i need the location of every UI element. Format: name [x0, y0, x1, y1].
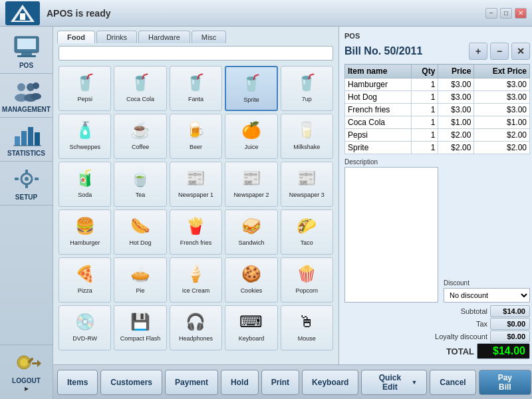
item-icon-coca-cola: 🥤	[127, 69, 154, 96]
svg-rect-21	[25, 184, 28, 188]
svg-point-19	[25, 177, 29, 181]
item-icon-headphones: 🎧	[182, 309, 209, 335]
bottom-toolbar: Items Customers Payment Hold Print Keybo…	[53, 364, 532, 399]
add-quantity-button[interactable]: +	[469, 43, 487, 60]
bill-item-price: $2.00	[438, 142, 474, 154]
hold-button[interactable]: Hold	[221, 370, 259, 395]
sidebar: POS MANAGEMENT	[0, 27, 53, 399]
svg-rect-15	[28, 127, 33, 146]
bill-item-ext-price: $1.00	[474, 116, 530, 129]
discount-select[interactable]: No discount	[444, 288, 530, 303]
item-label-mouse: Mouse	[298, 335, 316, 342]
item-compactflash[interactable]: 💾 Compact Flash	[114, 305, 166, 350]
item-label-popcorn: Popcorn	[296, 287, 319, 295]
item-newspaper3[interactable]: 📰 Newspaper 3	[281, 162, 333, 207]
sidebar-item-statistics[interactable]: STATISTICS	[0, 118, 53, 162]
table-row[interactable]: French fries 1 $3.00 $3.00	[345, 104, 530, 116]
bill-item-name: Sprite	[345, 142, 412, 154]
customers-button[interactable]: Customers	[100, 370, 162, 395]
item-pie[interactable]: 🥧 Pie	[114, 257, 166, 303]
cancel-button[interactable]: Cancel	[430, 370, 475, 395]
sidebar-statistics-label: STATISTICS	[7, 150, 45, 157]
item-pizza[interactable]: 🍕 Pizza	[59, 257, 111, 303]
item-label-coca-cola: Coca Cola	[126, 96, 154, 103]
item-label-dvdrw: DVD-RW	[72, 335, 97, 342]
item-taco[interactable]: 🌮 Taco	[281, 209, 333, 255]
grand-total-value: $14.00	[477, 343, 530, 359]
payment-button[interactable]: Payment	[165, 370, 218, 395]
item-newspaper1[interactable]: 📰 Newspaper 1	[170, 162, 222, 207]
items-panel: Food Drinks Hardware Misc 🥤 Pepsi 🥤 Coca…	[53, 27, 339, 364]
item-milkshake[interactable]: 🥛 Milkshake	[281, 114, 333, 159]
subtotal-label: Subtotal	[421, 307, 487, 315]
close-button[interactable]: ✕	[515, 8, 527, 19]
logout-icon	[11, 349, 43, 376]
item-popcorn[interactable]: 🍿 Popcorn	[281, 257, 333, 303]
table-row[interactable]: Hot Dog 1 $3.00 $3.00	[345, 91, 530, 104]
tab-misc[interactable]: Misc	[192, 31, 227, 43]
item-newspaper2[interactable]: 📰 Newspaper 2	[225, 162, 277, 207]
table-row[interactable]: Hamburger 1 $3.00 $3.00	[345, 78, 530, 91]
tab-hardware[interactable]: Hardware	[138, 31, 190, 43]
discount-area: Discount No discount	[444, 158, 530, 303]
item-hamburger[interactable]: 🍔 Hamburger	[59, 209, 111, 255]
item-icecream[interactable]: 🍦 Ice Cream	[170, 257, 222, 303]
item-coffee[interactable]: ☕ Coffee	[114, 114, 166, 159]
item-dvdrw[interactable]: 💿 DVD-RW	[59, 305, 111, 350]
maximize-button[interactable]: □	[500, 8, 512, 19]
tax-value: $0.00	[490, 318, 530, 330]
item-schweppes[interactable]: 🧴 Schweppes	[59, 114, 111, 159]
subtract-quantity-button[interactable]: −	[490, 43, 509, 60]
item-soda[interactable]: 🧃 Soda	[59, 162, 111, 207]
table-row[interactable]: Pepsi 1 $2.00 $2.00	[345, 129, 530, 142]
item-mouse[interactable]: 🖱 Mouse	[281, 305, 333, 350]
bill-item-ext-price: $2.00	[474, 142, 530, 154]
items-search-input[interactable]	[59, 46, 333, 61]
sidebar-item-setup[interactable]: SETUP	[0, 162, 53, 205]
table-row[interactable]: Sprite 1 $2.00 $2.00	[345, 142, 530, 154]
bill-item-name: Hot Dog	[345, 91, 412, 104]
bill-item-qty: 1	[412, 129, 438, 142]
item-icon-hamburger: 🍔	[72, 213, 98, 239]
svg-rect-5	[21, 53, 32, 55]
item-headphones[interactable]: 🎧 Headphones	[170, 305, 222, 350]
description-textarea[interactable]	[344, 167, 438, 303]
table-row[interactable]: Coca Cola 1 $1.00 $1.00	[345, 116, 530, 129]
tab-drinks[interactable]: Drinks	[96, 31, 137, 43]
item-pepsi[interactable]: 🥤 Pepsi	[59, 66, 111, 111]
item-fanta[interactable]: 🥤 Fanta	[170, 66, 222, 111]
keyboard-button[interactable]: Keyboard	[302, 370, 358, 395]
quick-edit-button[interactable]: Quick Edit ▼	[361, 370, 427, 395]
sidebar-item-pos[interactable]: POS	[0, 30, 53, 74]
item-icon-soda: 🧃	[72, 165, 98, 192]
item-icon-compactflash: 💾	[127, 309, 154, 335]
item-icon-schweppes: 🧴	[72, 117, 98, 144]
item-icon-newspaper1: 📰	[182, 165, 209, 192]
item-icon-newspaper3: 📰	[293, 165, 320, 192]
item-tea[interactable]: 🍵 Tea	[114, 162, 166, 207]
item-icon-newspaper2: 📰	[238, 165, 265, 192]
item-icon-pizza: 🍕	[72, 261, 98, 287]
pay-bill-button[interactable]: Pay Bill	[479, 370, 531, 395]
item-keyboard[interactable]: ⌨ Keyboard	[225, 305, 277, 350]
item-sandwich[interactable]: 🥪 Sandwich	[225, 209, 277, 255]
sidebar-item-logout[interactable]: LOGOUT ▶	[0, 344, 53, 396]
delete-item-button[interactable]: ✕	[511, 43, 530, 60]
bill-item-qty: 1	[412, 104, 438, 116]
item-beer[interactable]: 🍺 Beer	[170, 114, 222, 159]
item-juice[interactable]: 🍊 Juice	[225, 114, 277, 159]
items-button[interactable]: Items	[57, 370, 98, 395]
item-frenchfries[interactable]: 🍟 French fries	[170, 209, 222, 255]
sidebar-item-management[interactable]: MANAGEMENT	[0, 74, 53, 118]
minimize-button[interactable]: −	[485, 8, 497, 19]
item-coca-cola[interactable]: 🥤 Coca Cola	[114, 66, 166, 111]
item-7up[interactable]: 🥤 7up	[281, 66, 333, 111]
item-cookies[interactable]: 🍪 Cookies	[225, 257, 277, 303]
svg-rect-20	[25, 170, 28, 174]
item-label-fanta: Fanta	[188, 96, 203, 103]
item-sprite[interactable]: 🥤 Sprite	[225, 66, 277, 111]
item-hotdog[interactable]: 🌭 Hot Dog	[114, 209, 166, 255]
tab-food[interactable]: Food	[57, 31, 95, 43]
svg-rect-6	[17, 55, 36, 57]
print-button[interactable]: Print	[261, 370, 299, 395]
